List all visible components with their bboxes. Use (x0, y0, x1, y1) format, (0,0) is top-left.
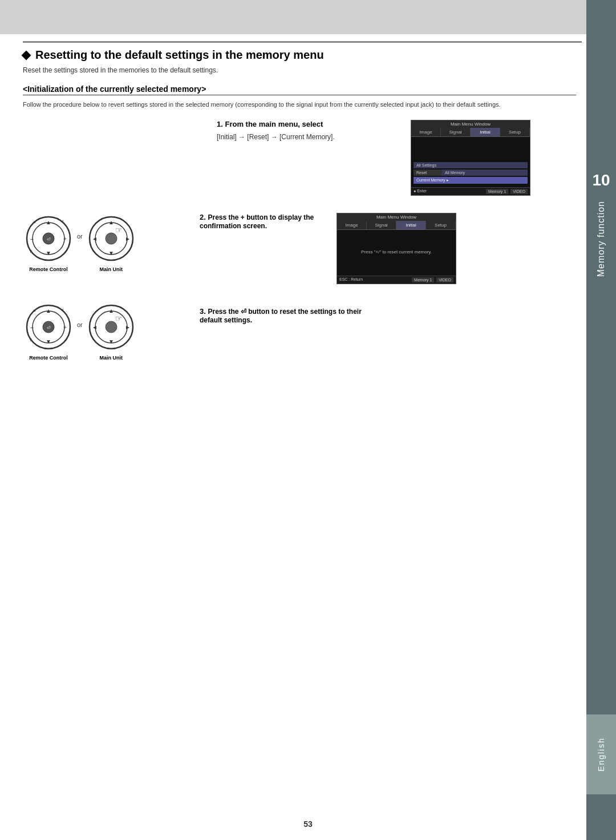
main-unit-group-2: ▲ ▼ ◄ ► ☞ Main Unit (86, 213, 137, 272)
step-1-bold: From the main menu, select (225, 120, 323, 128)
menu-title-2: Main Menu Window (337, 213, 456, 221)
step-3-bold: Press the ⏎ button to reset the settings… (200, 308, 362, 324)
menu-items-1: All Settings Reset All Memory Current Me… (414, 162, 528, 184)
menu-tab-image: Image (411, 128, 441, 136)
svg-text:☞: ☞ (115, 225, 122, 235)
menu-footer-memory-1: Memory 1 (486, 189, 508, 194)
menu-body-1: All Settings Reset All Memory Current Me… (411, 137, 530, 187)
svg-text:7: 7 (30, 249, 32, 253)
svg-text:+: + (63, 236, 67, 242)
svg-point-14 (106, 233, 117, 244)
svg-text:+: + (63, 324, 67, 330)
diamond-icon (22, 50, 31, 60)
step-3-row: ⏎ ▲ ▼ – + ▲ 4 7 ↙ Remote Control or (23, 301, 576, 365)
menu-footer-memory-2: Memory 1 (412, 277, 434, 282)
step-2-controllers: ⏎ ▲ ▼ – + ▲ 4 7 ↙ (23, 213, 188, 277)
menu-tab2-signal: Signal (367, 221, 396, 229)
menu-tabs-2: Image Signal Initial Setup (337, 221, 456, 230)
step-1-text: [Initial] → [Reset] → [Current Memory]. (217, 132, 399, 143)
svg-text:◄: ◄ (92, 236, 98, 242)
svg-text:↙: ↙ (64, 249, 68, 253)
right-sidebar: 10 Memory function English (586, 0, 616, 840)
svg-point-34 (106, 321, 117, 333)
chapter-title: Memory function (596, 201, 606, 277)
section-title-text: Resetting to the default settings in the… (35, 49, 324, 62)
step-1-text-area: 1. From the main menu, select [Initial] … (217, 120, 399, 196)
main-unit-svg-3: ▲ ▼ ◄ ► ☞ (86, 301, 137, 353)
menu-tab2-setup: Setup (426, 221, 456, 229)
svg-text:►: ► (125, 324, 131, 330)
menu-tab-signal: Signal (441, 128, 471, 136)
menu-window-2: Main Menu Window Image Signal Initial Se… (337, 213, 456, 284)
svg-text:▲: ▲ (108, 308, 114, 314)
svg-text:▲: ▲ (46, 308, 51, 314)
page-number: 53 (303, 819, 313, 829)
step-2-right: 2. Press the + button to display the con… (200, 213, 576, 284)
svg-text:⏎: ⏎ (47, 237, 51, 242)
top-bar (0, 0, 586, 34)
menu-footer-video-1: VIDEO (510, 189, 528, 194)
remote-label-3: Remote Control (29, 355, 68, 361)
step-2-text-area: 2. Press the + button to display the con… (200, 213, 325, 233)
svg-text:–: – (30, 236, 34, 242)
menu-val-allmemory: All Memory (442, 169, 528, 176)
step-2-row: ⏎ ▲ ▼ – + ▲ 4 7 ↙ (23, 213, 576, 284)
svg-text:↙: ↙ (64, 338, 68, 342)
step-3-controllers: ⏎ ▲ ▼ – + ▲ 4 7 ↙ Remote Control or (23, 301, 188, 365)
step-1-number: 1. From the main menu, select (217, 120, 399, 128)
svg-text:–: – (30, 324, 34, 330)
svg-text:▼: ▼ (46, 250, 51, 256)
section-title: Resetting to the default settings in the… (23, 49, 576, 62)
menu-tab-setup: Setup (500, 128, 530, 136)
step-1-row: 1. From the main menu, select [Initial] … (23, 120, 576, 196)
svg-text:⏎: ⏎ (47, 325, 51, 330)
menu-item-allsettings: All Settings (414, 162, 528, 168)
svg-text:▲: ▲ (46, 219, 51, 225)
menu-tabs-1: Image Signal Initial Setup (411, 128, 530, 137)
or-text-3: or (77, 321, 83, 328)
menu-footer-video-2: VIDEO (436, 277, 453, 282)
menu-item-currentmemory: Current Memory ▸ (414, 177, 528, 184)
menu-footer-1: ● Enter Memory 1 VIDEO (411, 187, 530, 195)
svg-text:▲: ▲ (33, 220, 37, 224)
svg-text:7: 7 (30, 338, 32, 342)
or-text-2: or (77, 233, 83, 240)
svg-text:►: ► (125, 236, 131, 242)
step-1-content: 1. From the main menu, select [Initial] … (217, 120, 530, 196)
menu-val-allsettings: All Settings (414, 162, 528, 168)
remote-control-group-2: ⏎ ▲ ▼ – + ▲ 4 7 ↙ (23, 213, 74, 272)
subsection-title: <Initialization of the currently selecte… (23, 84, 576, 95)
top-line (23, 41, 582, 43)
menu-tab-initial: Initial (471, 128, 500, 136)
remote-control-group-3: ⏎ ▲ ▼ – + ▲ 4 7 ↙ Remote Control (23, 301, 74, 361)
svg-text:▲: ▲ (108, 219, 114, 225)
svg-text:▼: ▼ (108, 250, 114, 256)
step-2-number: 2. Press the + button to display the con… (200, 213, 325, 230)
svg-text:▲: ▲ (33, 308, 37, 312)
step-3-ctrl-row: ⏎ ▲ ▼ – + ▲ 4 7 ↙ Remote Control or (23, 301, 137, 361)
menu-window-1: Main Menu Window Image Signal Initial Se… (411, 120, 530, 196)
svg-text:4: 4 (62, 220, 64, 224)
main-unit-svg-2: ▲ ▼ ◄ ► ☞ (86, 213, 137, 264)
menu-title-1: Main Menu Window (411, 120, 530, 128)
remote-control-svg-2: ⏎ ▲ ▼ – + ▲ 4 7 ↙ (23, 213, 74, 264)
step-3-text-area: 3. Press the ⏎ button to reset the setti… (200, 301, 371, 328)
menu-footer-esc: ESC : Return (339, 277, 363, 282)
menu-center-text-2: Press "+/" to reset current memory. (339, 232, 453, 260)
menu-label-reset: Reset (414, 169, 442, 176)
menu-body-2: Press "+/" to reset current memory. (337, 230, 456, 276)
menu-val-currentmemory: Current Memory ▸ (414, 177, 528, 184)
step-3-number: 3. Press the ⏎ button to reset the setti… (200, 307, 371, 324)
svg-text:◄: ◄ (92, 324, 98, 330)
svg-text:▼: ▼ (108, 338, 114, 345)
step-2-ctrl-row: ⏎ ▲ ▼ – + ▲ 4 7 ↙ (23, 213, 137, 272)
menu-item-allmemory: Reset All Memory (414, 169, 528, 176)
menu-tab2-initial: Initial (396, 221, 426, 229)
main-content: Resetting to the default settings in the… (23, 49, 576, 382)
main-unit-label-3: Main Unit (100, 355, 123, 361)
main-unit-group-3: ▲ ▼ ◄ ► ☞ Main Unit (86, 301, 137, 361)
svg-text:▼: ▼ (46, 338, 51, 345)
step-1-desc (23, 120, 205, 126)
menu-tab2-image: Image (337, 221, 367, 229)
main-unit-label-2: Main Unit (100, 266, 123, 272)
